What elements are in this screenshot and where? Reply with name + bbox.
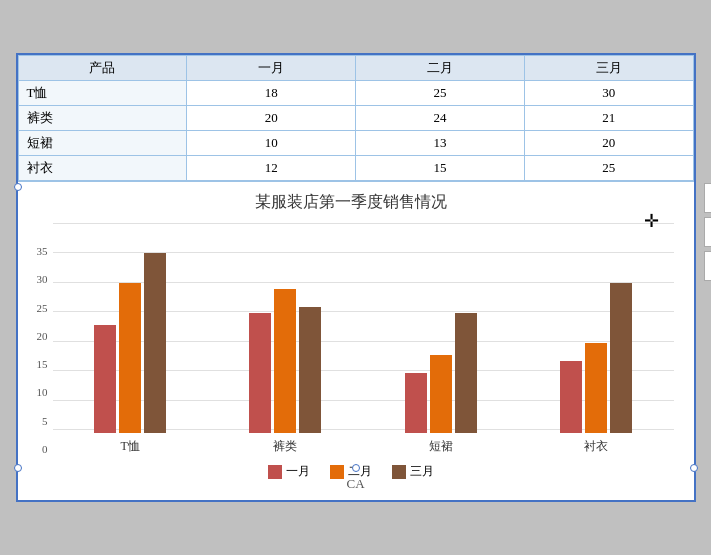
legend-jan: 一月 — [268, 463, 310, 480]
bar-jan — [405, 373, 427, 433]
table-row: 裤类 20 24 21 — [18, 106, 693, 131]
cell-mar: 20 — [524, 131, 693, 156]
bar-mar — [610, 283, 632, 433]
chart-area: 某服装店第一季度销售情况 05101520253035 T恤裤类短裙衬衣 — [18, 181, 694, 500]
spreadsheet: 产品 一月 二月 三月 T恤 18 25 30 裤类 20 24 21 短裙 1… — [16, 53, 696, 502]
paint-button[interactable] — [704, 217, 712, 247]
bar-mar — [299, 307, 321, 433]
bar-feb — [119, 283, 141, 433]
x-axis-label: T恤 — [96, 438, 165, 455]
col-header-feb: 二月 — [356, 56, 525, 81]
y-axis-label: 25 — [28, 302, 48, 314]
legend-jan-color — [268, 465, 282, 479]
bar-group-inner — [405, 313, 477, 433]
x-axis-label: 裤类 — [251, 438, 320, 455]
bar-mar — [455, 313, 477, 433]
col-header-mar: 三月 — [524, 56, 693, 81]
legend-jan-label: 一月 — [286, 463, 310, 480]
bar-jan — [94, 325, 116, 433]
x-labels: T恤裤类短裙衬衣 — [53, 438, 674, 455]
chart-body: T恤裤类短裙衬衣 — [53, 223, 674, 455]
cell-product: 短裙 — [18, 131, 187, 156]
x-axis-label: 衬衣 — [561, 438, 630, 455]
chart-title: 某服装店第一季度销售情况 — [28, 192, 674, 213]
cell-jan: 10 — [187, 131, 356, 156]
y-axis-label: 20 — [28, 330, 48, 342]
legend-feb-color — [330, 465, 344, 479]
bar-feb — [585, 343, 607, 433]
y-axis-label: 10 — [28, 386, 48, 398]
table-row: 短裙 10 13 20 — [18, 131, 693, 156]
x-axis-label: 短裙 — [406, 438, 475, 455]
handle-left-bottom[interactable] — [14, 464, 22, 472]
cell-product: 裤类 — [18, 106, 187, 131]
add-button[interactable]: + — [704, 183, 712, 213]
cell-feb: 15 — [356, 156, 525, 181]
bar-group-inner — [249, 289, 321, 433]
bar-group — [560, 283, 632, 433]
handle-bottom-mid[interactable] — [352, 464, 360, 472]
legend-mar-color — [392, 465, 406, 479]
cell-jan: 12 — [187, 156, 356, 181]
bar-group — [94, 253, 166, 433]
y-axis-label: 0 — [28, 443, 48, 455]
table-row: T恤 18 25 30 — [18, 81, 693, 106]
y-axis-label: 5 — [28, 415, 48, 427]
table-row: 衬衣 12 15 25 — [18, 156, 693, 181]
cell-jan: 20 — [187, 106, 356, 131]
cell-mar: 25 — [524, 156, 693, 181]
bar-feb — [430, 355, 452, 433]
legend-mar-label: 三月 — [410, 463, 434, 480]
col-header-jan: 一月 — [187, 56, 356, 81]
col-header-product: 产品 — [18, 56, 187, 81]
data-table: 产品 一月 二月 三月 T恤 18 25 30 裤类 20 24 21 短裙 1… — [18, 55, 694, 181]
ca-label: CA — [346, 476, 364, 492]
cell-product: 衬衣 — [18, 156, 187, 181]
bar-group-inner — [560, 283, 632, 433]
y-axis-label: 30 — [28, 273, 48, 285]
bar-group-inner — [94, 253, 166, 433]
y-axis: 05101520253035 — [28, 245, 53, 455]
bar-group — [249, 289, 321, 433]
filter-button[interactable] — [704, 251, 712, 281]
side-toolbar: + — [704, 183, 712, 281]
cell-feb: 24 — [356, 106, 525, 131]
cell-feb: 25 — [356, 81, 525, 106]
bar-jan — [560, 361, 582, 433]
bar-mar — [144, 253, 166, 433]
handle-left-mid[interactable] — [14, 183, 22, 191]
cell-mar: 21 — [524, 106, 693, 131]
cell-jan: 18 — [187, 81, 356, 106]
bar-jan — [249, 313, 271, 433]
bars-area — [53, 223, 674, 433]
cell-product: T恤 — [18, 81, 187, 106]
legend-mar: 三月 — [392, 463, 434, 480]
cell-mar: 30 — [524, 81, 693, 106]
cell-feb: 13 — [356, 131, 525, 156]
y-axis-label: 15 — [28, 358, 48, 370]
bar-group — [405, 313, 477, 433]
bar-feb — [274, 289, 296, 433]
y-axis-label: 35 — [28, 245, 48, 257]
handle-right-bottom[interactable] — [690, 464, 698, 472]
